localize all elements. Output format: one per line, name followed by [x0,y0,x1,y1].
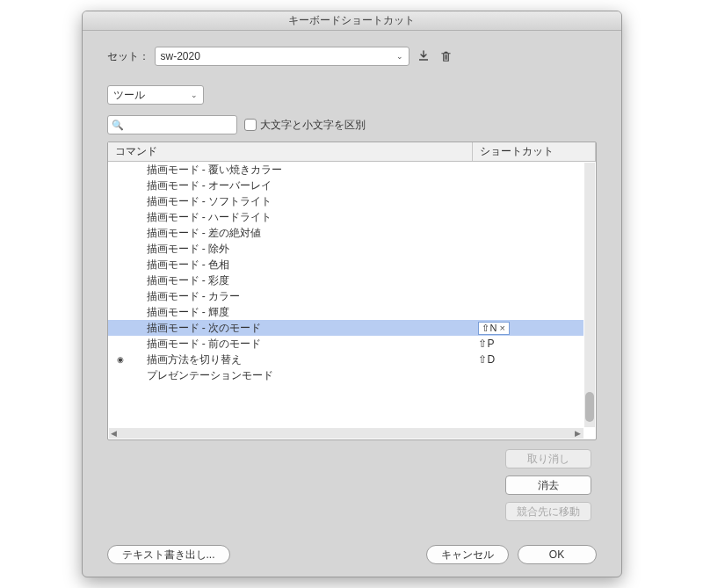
set-row: セット： sw-2020 ⌄ [107,47,597,66]
scrollbar-thumb[interactable] [585,392,594,422]
shortcut-value: ⇧P [473,338,583,350]
command-label: 描画モード - ハードライト [129,210,473,225]
scroll-right-icon[interactable]: ▶ [573,429,583,438]
command-label: 描画モード - オーバーレイ [129,178,473,193]
command-label: 描画モード - 輝度 [129,305,473,320]
horizontal-scrollbar[interactable]: ◀ ▶ [109,428,583,439]
table-header: コマンド ショートカット [108,142,596,162]
table-row[interactable]: 描画モード - 輝度 [108,304,583,320]
case-sensitive-checkbox[interactable]: 大文字と小文字を区別 [244,118,366,133]
table-row[interactable]: 描画モード - ハードライト [108,209,583,225]
footer: テキスト書き出し... キャンセル OK [107,545,597,564]
category-value: ツール [113,88,145,103]
table-row[interactable]: 描画モード - 前のモード⇧P [108,336,583,352]
header-command[interactable]: コマンド [108,142,473,161]
save-set-button[interactable] [415,47,432,65]
search-field[interactable]: 🔍 [107,115,237,134]
search-icon: 🔍 [112,120,124,131]
cancel-button[interactable]: キャンセル [426,545,509,564]
dialog-content: セット： sw-2020 ⌄ ツール ⌄ 🔍 [83,31,621,577]
shortcut-value: ⇧D [473,353,583,366]
chevron-down-icon: ⌄ [396,52,403,61]
command-label: 描画モード - 差の絶対値 [129,226,473,241]
export-text-button[interactable]: テキスト書き出し... [107,545,230,564]
search-row: 🔍 大文字と小文字を区別 [107,115,597,134]
titlebar: キーボードショートカット [83,11,621,31]
table-row[interactable]: 描画モード - 差の絶対値 [108,225,583,241]
window-title: キーボードショートカット [288,13,415,28]
trash-icon [439,50,453,63]
table-row[interactable]: 描画モード - 覆い焼きカラー [108,162,583,178]
checkbox-box [244,119,257,131]
scroll-left-icon[interactable]: ◀ [109,429,120,438]
table-row[interactable]: 描画モード - 彩度 [108,272,583,288]
undo-button[interactable]: 取り消し [505,449,591,468]
table-body: 描画モード - 覆い焼きカラー描画モード - オーバーレイ描画モード - ソフト… [108,162,596,439]
table-row[interactable]: 描画モード - オーバーレイ [108,178,583,193]
set-label: セット： [107,49,149,64]
shortcuts-table: コマンド ショートカット 描画モード - 覆い焼きカラー描画モード - オーバー… [107,142,597,440]
command-label: 描画モード - 次のモード [129,321,473,336]
category-select[interactable]: ツール ⌄ [107,85,204,105]
command-label: 描画モード - 覆い焼きカラー [129,163,473,178]
set-select[interactable]: sw-2020 ⌄ [155,47,409,66]
command-label: 描画モード - ソフトライト [129,194,473,209]
table-row[interactable]: 描画モード - 色相 [108,257,583,272]
clear-shortcut-icon[interactable]: × [499,323,505,333]
set-value: sw-2020 [161,50,200,62]
download-icon [417,49,431,63]
command-label: プレゼンテーションモード [129,368,473,383]
command-label: 描画モード - 除外 [129,242,473,257]
clear-button[interactable]: 消去 [505,475,591,495]
command-label: 描画モード - 彩度 [129,273,473,288]
header-shortcut[interactable]: ショートカット [473,142,596,161]
delete-set-button[interactable] [438,47,455,65]
side-buttons: 取り消し 消去 競合先に移動 [505,449,591,521]
table-row[interactable]: ◉描画方法を切り替え⇧D [108,352,583,367]
table-row[interactable]: 描画モード - 次のモード⇧N× [108,320,583,336]
table-row[interactable]: 描画モード - 除外 [108,241,583,257]
command-label: 描画モード - 色相 [129,258,473,272]
search-input[interactable] [126,119,257,131]
case-sensitive-label: 大文字と小文字を区別 [260,118,366,133]
shortcut-edit-field[interactable]: ⇧N× [478,322,510,335]
shortcut-value[interactable]: ⇧N× [473,322,583,335]
table-row[interactable]: プレゼンテーションモード [108,367,583,383]
chevron-down-icon: ⌄ [191,91,198,99]
command-label: 描画モード - 前のモード [129,337,473,352]
table-row[interactable]: 描画モード - ソフトライト [108,193,583,209]
goto-conflict-button[interactable]: 競合先に移動 [505,502,591,521]
command-label: 描画方法を切り替え [129,352,473,367]
keyboard-shortcuts-dialog: キーボードショートカット セット： sw-2020 ⌄ ツール [82,11,622,577]
row-marker-icon: ◉ [117,355,124,364]
command-label: 描画モード - カラー [129,289,473,304]
vertical-scrollbar[interactable] [584,163,595,427]
table-row[interactable]: 描画モード - カラー [108,288,583,304]
ok-button[interactable]: OK [518,545,597,564]
